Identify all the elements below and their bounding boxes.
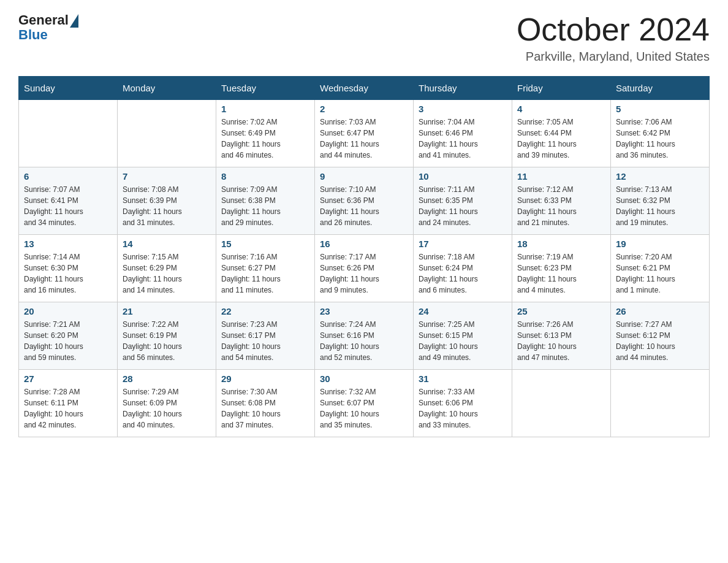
day-number: 22	[221, 306, 309, 316]
day-info: Sunrise: 7:13 AM Sunset: 6:32 PM Dayligh…	[616, 184, 704, 228]
page-header: General Blue October 2024 Parkville, Mar…	[18, 12, 710, 64]
calendar-cell: 31Sunrise: 7:33 AM Sunset: 6:06 PM Dayli…	[414, 370, 512, 437]
day-number: 15	[221, 239, 309, 249]
weekday-header-sunday: Sunday	[19, 77, 118, 100]
day-info: Sunrise: 7:10 AM Sunset: 6:36 PM Dayligh…	[320, 184, 408, 228]
week-row-2: 6Sunrise: 7:07 AM Sunset: 6:41 PM Daylig…	[19, 167, 710, 235]
day-number: 20	[24, 306, 112, 316]
calendar-cell: 7Sunrise: 7:08 AM Sunset: 6:39 PM Daylig…	[118, 167, 216, 235]
calendar-cell: 30Sunrise: 7:32 AM Sunset: 6:07 PM Dayli…	[315, 370, 414, 437]
calendar-cell: 12Sunrise: 7:13 AM Sunset: 6:32 PM Dayli…	[611, 167, 710, 235]
day-number: 10	[419, 171, 507, 182]
calendar-cell: 25Sunrise: 7:26 AM Sunset: 6:13 PM Dayli…	[512, 302, 611, 370]
title-block: October 2024 Parkville, Maryland, United…	[517, 12, 710, 64]
day-number: 11	[517, 171, 605, 182]
day-info: Sunrise: 7:30 AM Sunset: 6:08 PM Dayligh…	[221, 386, 309, 431]
day-number: 12	[616, 171, 704, 182]
day-number: 8	[221, 171, 309, 182]
calendar-cell: 27Sunrise: 7:28 AM Sunset: 6:11 PM Dayli…	[19, 370, 118, 437]
day-info: Sunrise: 7:12 AM Sunset: 6:33 PM Dayligh…	[517, 184, 605, 228]
day-number: 28	[123, 373, 211, 384]
calendar-cell: 14Sunrise: 7:15 AM Sunset: 6:29 PM Dayli…	[118, 235, 216, 302]
day-number: 27	[24, 373, 112, 384]
day-number: 9	[320, 171, 408, 182]
day-info: Sunrise: 7:07 AM Sunset: 6:41 PM Dayligh…	[24, 184, 112, 228]
calendar-cell: 4Sunrise: 7:05 AM Sunset: 6:44 PM Daylig…	[512, 100, 611, 167]
calendar-cell	[611, 370, 710, 437]
logo-general-text: General	[18, 12, 69, 28]
calendar-cell: 23Sunrise: 7:24 AM Sunset: 6:16 PM Dayli…	[315, 302, 414, 370]
day-number: 25	[517, 306, 605, 316]
day-info: Sunrise: 7:18 AM Sunset: 6:24 PM Dayligh…	[419, 251, 507, 296]
calendar-cell: 29Sunrise: 7:30 AM Sunset: 6:08 PM Dayli…	[216, 370, 315, 437]
weekday-header-saturday: Saturday	[611, 77, 710, 100]
day-info: Sunrise: 7:29 AM Sunset: 6:09 PM Dayligh…	[123, 386, 211, 431]
calendar-cell: 18Sunrise: 7:19 AM Sunset: 6:23 PM Dayli…	[512, 235, 611, 302]
calendar-cell: 8Sunrise: 7:09 AM Sunset: 6:38 PM Daylig…	[216, 167, 315, 235]
day-info: Sunrise: 7:32 AM Sunset: 6:07 PM Dayligh…	[320, 386, 408, 431]
logo-blue-text: Blue	[18, 27, 48, 43]
day-info: Sunrise: 7:27 AM Sunset: 6:12 PM Dayligh…	[616, 319, 704, 363]
calendar-cell	[118, 100, 216, 167]
calendar-cell: 3Sunrise: 7:04 AM Sunset: 6:46 PM Daylig…	[414, 100, 512, 167]
day-number: 1	[221, 104, 309, 114]
month-title: October 2024	[517, 12, 710, 47]
day-number: 4	[517, 104, 605, 114]
calendar-cell: 1Sunrise: 7:02 AM Sunset: 6:49 PM Daylig…	[216, 100, 315, 167]
calendar-cell: 20Sunrise: 7:21 AM Sunset: 6:20 PM Dayli…	[19, 302, 118, 370]
weekday-header-friday: Friday	[512, 77, 611, 100]
day-number: 3	[419, 104, 507, 114]
day-number: 21	[123, 306, 211, 316]
location-text: Parkville, Maryland, United States	[517, 50, 710, 64]
week-row-5: 27Sunrise: 7:28 AM Sunset: 6:11 PM Dayli…	[19, 370, 710, 437]
day-info: Sunrise: 7:05 AM Sunset: 6:44 PM Dayligh…	[517, 117, 605, 161]
day-number: 24	[419, 306, 507, 316]
week-row-1: 1Sunrise: 7:02 AM Sunset: 6:49 PM Daylig…	[19, 100, 710, 167]
day-info: Sunrise: 7:15 AM Sunset: 6:29 PM Dayligh…	[123, 251, 211, 296]
day-number: 31	[419, 373, 507, 384]
week-row-4: 20Sunrise: 7:21 AM Sunset: 6:20 PM Dayli…	[19, 302, 710, 370]
day-number: 23	[320, 306, 408, 316]
day-number: 18	[517, 239, 605, 249]
day-info: Sunrise: 7:08 AM Sunset: 6:39 PM Dayligh…	[123, 184, 211, 228]
day-info: Sunrise: 7:28 AM Sunset: 6:11 PM Dayligh…	[24, 386, 112, 431]
day-number: 26	[616, 306, 704, 316]
day-info: Sunrise: 7:03 AM Sunset: 6:47 PM Dayligh…	[320, 117, 408, 161]
weekday-header-row: SundayMondayTuesdayWednesdayThursdayFrid…	[19, 77, 710, 100]
day-info: Sunrise: 7:02 AM Sunset: 6:49 PM Dayligh…	[221, 117, 309, 161]
day-number: 30	[320, 373, 408, 384]
day-info: Sunrise: 7:19 AM Sunset: 6:23 PM Dayligh…	[517, 251, 605, 296]
calendar-cell: 11Sunrise: 7:12 AM Sunset: 6:33 PM Dayli…	[512, 167, 611, 235]
logo-triangle-icon	[70, 14, 78, 28]
logo: General Blue	[18, 12, 78, 43]
day-info: Sunrise: 7:26 AM Sunset: 6:13 PM Dayligh…	[517, 319, 605, 363]
calendar-cell: 9Sunrise: 7:10 AM Sunset: 6:36 PM Daylig…	[315, 167, 414, 235]
calendar-cell: 16Sunrise: 7:17 AM Sunset: 6:26 PM Dayli…	[315, 235, 414, 302]
calendar-cell: 17Sunrise: 7:18 AM Sunset: 6:24 PM Dayli…	[414, 235, 512, 302]
day-info: Sunrise: 7:09 AM Sunset: 6:38 PM Dayligh…	[221, 184, 309, 228]
weekday-header-monday: Monday	[118, 77, 216, 100]
day-info: Sunrise: 7:25 AM Sunset: 6:15 PM Dayligh…	[419, 319, 507, 363]
calendar-cell	[19, 100, 118, 167]
calendar-cell: 24Sunrise: 7:25 AM Sunset: 6:15 PM Dayli…	[414, 302, 512, 370]
day-info: Sunrise: 7:06 AM Sunset: 6:42 PM Dayligh…	[616, 117, 704, 161]
calendar-cell: 21Sunrise: 7:22 AM Sunset: 6:19 PM Dayli…	[118, 302, 216, 370]
day-info: Sunrise: 7:11 AM Sunset: 6:35 PM Dayligh…	[419, 184, 507, 228]
day-number: 2	[320, 104, 408, 114]
calendar-cell: 22Sunrise: 7:23 AM Sunset: 6:17 PM Dayli…	[216, 302, 315, 370]
calendar-cell: 19Sunrise: 7:20 AM Sunset: 6:21 PM Dayli…	[611, 235, 710, 302]
week-row-3: 13Sunrise: 7:14 AM Sunset: 6:30 PM Dayli…	[19, 235, 710, 302]
calendar-table: SundayMondayTuesdayWednesdayThursdayFrid…	[18, 76, 710, 437]
weekday-header-tuesday: Tuesday	[216, 77, 315, 100]
day-info: Sunrise: 7:33 AM Sunset: 6:06 PM Dayligh…	[419, 386, 507, 431]
calendar-cell: 10Sunrise: 7:11 AM Sunset: 6:35 PM Dayli…	[414, 167, 512, 235]
calendar-cell: 26Sunrise: 7:27 AM Sunset: 6:12 PM Dayli…	[611, 302, 710, 370]
day-info: Sunrise: 7:23 AM Sunset: 6:17 PM Dayligh…	[221, 319, 309, 363]
day-number: 13	[24, 239, 112, 249]
day-number: 17	[419, 239, 507, 249]
calendar-cell: 15Sunrise: 7:16 AM Sunset: 6:27 PM Dayli…	[216, 235, 315, 302]
calendar-cell: 13Sunrise: 7:14 AM Sunset: 6:30 PM Dayli…	[19, 235, 118, 302]
calendar-cell: 6Sunrise: 7:07 AM Sunset: 6:41 PM Daylig…	[19, 167, 118, 235]
day-info: Sunrise: 7:22 AM Sunset: 6:19 PM Dayligh…	[123, 319, 211, 363]
calendar-cell: 28Sunrise: 7:29 AM Sunset: 6:09 PM Dayli…	[118, 370, 216, 437]
